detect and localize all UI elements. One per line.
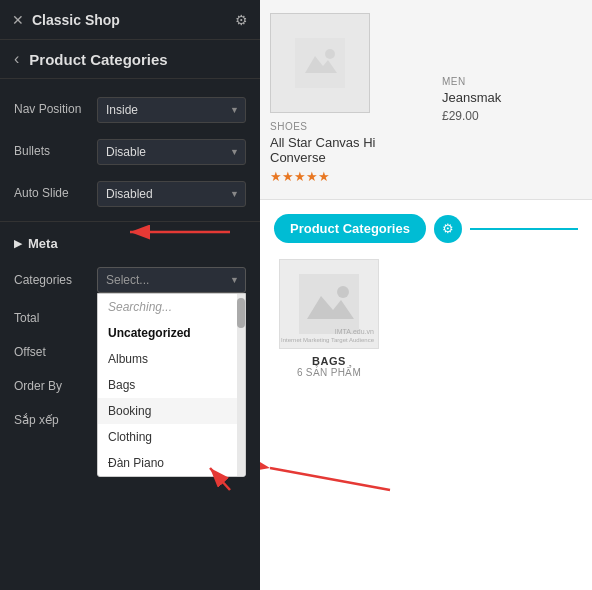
watermark: IMTA.edu.vn Internet Marketing Target Au… xyxy=(281,328,374,344)
gear-icon[interactable]: ⚙ xyxy=(235,12,248,28)
right-bottom: Product Categories ⚙ IMTA.edu.vn Interne… xyxy=(260,200,592,392)
svg-line-9 xyxy=(270,468,390,490)
dropdown-item-albums[interactable]: Albums xyxy=(98,346,237,372)
meta-triangle-icon: ▶ xyxy=(14,237,22,250)
product-card-men: MEN Jeansmak £29.00 xyxy=(442,76,582,123)
categories-dropdown: Searching... Uncategorized Albums Bags B… xyxy=(97,293,246,477)
sap-xep-label: Sắp xếp xyxy=(14,413,89,427)
watermark-line1: IMTA.edu.vn xyxy=(281,328,374,336)
section-header: ‹ Product Categories xyxy=(0,40,260,79)
svg-point-5 xyxy=(325,49,335,59)
top-bar: ✕ Classic Shop ⚙ xyxy=(0,0,260,40)
product-name-shoes: All Star Canvas Hi Converse xyxy=(270,135,412,165)
product-grid: IMTA.edu.vn Internet Marketing Target Au… xyxy=(274,259,578,378)
grid-card-sub-bags: 6 SẢN PHẨM xyxy=(297,367,361,378)
watermark-line2: Internet Marketing Target Audience xyxy=(281,337,374,344)
dropdown-item-clothing[interactable]: Clothing xyxy=(98,424,237,450)
product-category-shoes: SHOES xyxy=(270,121,308,132)
categories-dropdown-arrow: ▼ xyxy=(230,275,239,285)
section-title: Product Categories xyxy=(29,51,167,68)
product-image-shoes xyxy=(270,13,370,113)
right-top-products: SHOES All Star Canvas Hi Converse ★★★★★ … xyxy=(260,0,592,200)
svg-point-7 xyxy=(337,286,349,298)
grid-image-bags: IMTA.edu.vn Internet Marketing Target Au… xyxy=(279,259,379,349)
product-price-men: £29.00 xyxy=(442,109,479,123)
dropdown-items: Searching... Uncategorized Albums Bags B… xyxy=(98,294,237,476)
app-title: Classic Shop xyxy=(32,12,120,28)
auto-slide-row: Auto Slide Disabled Enabled xyxy=(0,173,260,215)
categories-label: Categories xyxy=(14,267,89,287)
auto-slide-select[interactable]: Disabled Enabled xyxy=(97,181,246,207)
close-icon[interactable]: ✕ xyxy=(12,12,24,28)
product-card-shoes: SHOES All Star Canvas Hi Converse ★★★★★ xyxy=(270,13,412,187)
nav-position-label: Nav Position xyxy=(14,102,89,118)
widget-divider-line xyxy=(470,228,578,230)
grid-card-bags: IMTA.edu.vn Internet Marketing Target Au… xyxy=(274,259,384,378)
top-bar-left: ✕ Classic Shop xyxy=(12,12,120,28)
dropdown-item-uncategorized[interactable]: Uncategorized xyxy=(98,320,237,346)
bullets-row: Bullets Disable Enable xyxy=(0,131,260,173)
product-stars-shoes: ★★★★★ xyxy=(270,169,330,184)
dropdown-item-searching[interactable]: Searching... xyxy=(98,294,237,320)
dropdown-scroll-container: Searching... Uncategorized Albums Bags B… xyxy=(98,294,245,476)
dropdown-scrollbar-thumb xyxy=(237,298,245,328)
meta-header[interactable]: ▶ Meta xyxy=(0,228,260,259)
product-name-men: Jeansmak xyxy=(442,90,501,105)
grid-card-label-bags: BAGS xyxy=(312,355,346,367)
widget-title-button[interactable]: Product Categories xyxy=(274,214,426,243)
widget-gear-icon[interactable]: ⚙ xyxy=(434,215,462,243)
categories-placeholder: Select... xyxy=(106,273,149,287)
bullets-label: Bullets xyxy=(14,144,89,160)
nav-position-select[interactable]: Inside Outside xyxy=(97,97,246,123)
svg-rect-6 xyxy=(299,274,359,334)
grid-placeholder-icon xyxy=(299,274,359,334)
nav-position-row: Nav Position Inside Outside xyxy=(0,89,260,131)
nav-position-select-wrapper: Inside Outside xyxy=(97,97,246,123)
divider-1 xyxy=(0,221,260,222)
widget-header: Product Categories ⚙ xyxy=(274,214,578,243)
product-category-men: MEN xyxy=(442,76,466,87)
meta-label: Meta xyxy=(28,236,58,251)
categories-row: Categories Select... ▼ Searching... Unca… xyxy=(0,259,260,301)
left-panel: ✕ Classic Shop ⚙ ‹ Product Categories Na… xyxy=(0,0,260,590)
panel-content: Nav Position Inside Outside Bullets Disa… xyxy=(0,79,260,590)
offset-label: Offset xyxy=(14,345,89,359)
dropdown-item-dan-piano[interactable]: Đàn Piano xyxy=(98,450,237,476)
categories-select-input[interactable]: Select... xyxy=(97,267,246,293)
placeholder-image-icon xyxy=(295,38,345,88)
bullets-select[interactable]: Disable Enable xyxy=(97,139,246,165)
right-panel: SHOES All Star Canvas Hi Converse ★★★★★ … xyxy=(260,0,592,590)
categories-select-wrapper: Select... ▼ Searching... Uncategorized A… xyxy=(97,267,246,293)
auto-slide-select-wrapper: Disabled Enabled xyxy=(97,181,246,207)
dropdown-item-bags[interactable]: Bags xyxy=(98,372,237,398)
dropdown-scrollbar[interactable] xyxy=(237,294,245,476)
dropdown-item-booking[interactable]: Booking xyxy=(98,398,237,424)
total-label: Total xyxy=(14,311,89,325)
auto-slide-label: Auto Slide xyxy=(14,186,89,202)
order-by-label: Order By xyxy=(14,379,89,393)
bullets-select-wrapper: Disable Enable xyxy=(97,139,246,165)
back-arrow-icon[interactable]: ‹ xyxy=(14,50,19,68)
